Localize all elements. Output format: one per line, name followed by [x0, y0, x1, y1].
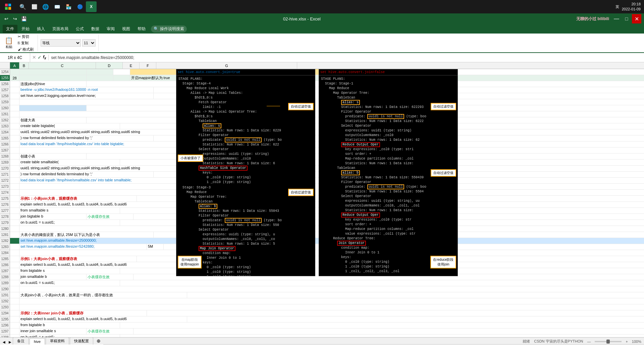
menu-data[interactable]: 数据 — [88, 25, 103, 33]
zoom-in-btn[interactable]: + — [626, 340, 628, 344]
tab-nav-next[interactable]: ▶ — [7, 339, 13, 345]
paste-btn[interactable]: 📋粘贴 — [3, 36, 15, 50]
table-row: on b.uuid1 = s.uuid1; — [10, 280, 644, 286]
search-icon[interactable]: 🔍 — [17, 1, 28, 12]
join-operator-right: Join Operator — [337, 241, 366, 246]
undo-icon[interactable]: ↩ — [3, 15, 10, 22]
map-join-operator-label: Map Join Operator — [199, 246, 235, 251]
toolbar-group-clipboard: 📋粘贴 ✂ 剪切 ⎘ 复制 🖌 格式刷 — [3, 35, 38, 51]
confirm-formula-btn[interactable]: ✓ — [38, 55, 42, 60]
col-header-b[interactable]: B — [19, 62, 29, 69]
excel-taskbar-icon[interactable]: X — [86, 1, 97, 12]
menu-file[interactable]: 文件 — [3, 25, 17, 33]
cut-btn[interactable]: ✂ 剪切 — [16, 34, 35, 40]
formula-content: set hive.mapjoin.smalltable.filesize=250… — [49, 55, 644, 60]
format-painter-btn[interactable]: 🖌 格式刷 — [16, 47, 35, 52]
search-icon: 🔍 — [154, 26, 159, 31]
svg-rect-2 — [5, 7, 8, 10]
menu-home[interactable]: 开始 — [18, 25, 33, 33]
tab-quickconfig[interactable]: 快速配置 — [70, 337, 93, 345]
menu-help[interactable]: 帮助 — [134, 25, 149, 33]
font-size-select[interactable]: 11 — [82, 39, 96, 47]
cancel-formula-btn[interactable]: ✕ — [32, 55, 36, 60]
auto-filter-annotation-left: 自动过滤空值 — [288, 103, 314, 110]
menu-view[interactable]: 视图 — [119, 25, 133, 33]
alias-b-label: alias: b — [199, 204, 217, 209]
table-row — [10, 298, 644, 304]
store-icon[interactable]: 🏪 — [63, 1, 74, 12]
col-header-a[interactable]: A — [10, 62, 19, 69]
terminal-panel-left: STAGE PLANS: Stage: Stage-4 Map Reduce L… — [176, 75, 315, 276]
map-phase-annotation: 在map阶段使用mapjoin — [178, 256, 202, 268]
save-icon[interactable]: 💾 — [20, 15, 28, 22]
toolbar-font-group: 等线 11 — [41, 35, 99, 51]
auto-filter-annotation-right: 自动过滤空值 — [431, 103, 456, 110]
window-title: 02-hive.xlsx - Excel — [28, 16, 576, 21]
table-row: explain select b.uuid1, b.uuid2, b.uuid3… — [10, 316, 644, 322]
auto-filter-annotation-right2: 自动过滤空值 — [431, 169, 456, 177]
status-ready: 就绪 — [523, 339, 530, 344]
alias-s-label: alias: s — [203, 123, 221, 128]
column-headers: A B C D E F G — [0, 62, 644, 69]
menu-review[interactable]: 审阅 — [103, 25, 118, 33]
small-table-cached-annotation: 小表被缓存了 — [178, 155, 203, 162]
col-header-g[interactable]: G — [156, 62, 297, 69]
svg-rect-3 — [8, 7, 11, 10]
left-terminal-header: set hive.auto.convert.join=true — [176, 69, 315, 75]
cell-reference[interactable]: 1R x 4C — [0, 53, 30, 62]
col-header-d[interactable]: D — [96, 62, 123, 69]
close-btn[interactable]: ✕ — [632, 14, 641, 23]
mail-icon[interactable]: ✉️ — [52, 1, 62, 12]
excel-titlebar: ↩ ↪ 💾 02-hive.xlsx - Excel 无聊的小过 bilibil… — [0, 13, 644, 24]
tab-hive[interactable]: hive — [30, 338, 45, 345]
menu-insert[interactable]: 插入 — [34, 25, 48, 33]
start-button[interactable] — [0, 0, 16, 13]
maximize-btn[interactable]: □ — [622, 14, 631, 23]
minimize-btn[interactable]: — — [612, 14, 621, 23]
bilibili-credit: CSDN 宇宙的尽头是PYTHON — [534, 339, 583, 344]
table-row — [10, 286, 644, 292]
hashtable-sink-label: HashTable Sink Operator — [199, 166, 248, 171]
table-row — [10, 304, 644, 310]
search-bar[interactable]: 🔍 操作说明搜索 — [151, 25, 187, 33]
taskview-icon[interactable]: ⬜ — [29, 1, 40, 12]
col-header-e[interactable]: E — [123, 62, 140, 69]
tab-add[interactable]: ⊕ — [94, 337, 103, 345]
right-terminal-header: set hive.auto.convert.join=false — [319, 69, 458, 75]
tab-draft[interactable]: 草稿资料 — [46, 337, 69, 345]
font-family-select[interactable]: 等线 — [41, 39, 81, 47]
zoom-level: 100% — [632, 340, 641, 344]
alias-b-right: alias: b — [341, 170, 360, 175]
language-indicator: 英 — [615, 4, 619, 9]
terminal-panel-right: STAGE PLANS: Stage: Stage-1 Map Reduce M… — [319, 75, 458, 276]
insert-function-btn[interactable]: fx — [43, 55, 46, 60]
tab-nav-prev[interactable]: ◀ — [1, 339, 7, 345]
taskbar-icons: 🔍 ⬜ 🌐 ✉️ 🏪 🔵 X — [16, 1, 98, 12]
sheet-tabs-bar: ◀ ▶ 备注 hive 草稿资料 快速配置 ⊕ 就绪 CSDN 宇宙的尽头是PY… — [0, 337, 644, 345]
col-header-c[interactable]: C — [29, 62, 96, 69]
edge-icon[interactable]: 🌐 — [40, 1, 51, 12]
ribbon-menu: 文件 开始 插入 页面布局 公式 数据 审阅 视图 帮助 🔍 操作说明搜索 — [0, 24, 644, 34]
ribbon-toolbar: 📋粘贴 ✂ 剪切 ⎘ 复制 🖌 格式刷 等线 11 — [0, 34, 644, 53]
redo-icon[interactable]: ↪ — [11, 15, 19, 22]
tab-notes[interactable]: 备注 — [13, 337, 29, 345]
table-row: from bigtable b — [10, 322, 644, 328]
table-row: 示例2：大表inner join小表，观察缓存 — [10, 310, 644, 316]
reduce-phase-annotation: 在reduce阶段使用join — [430, 256, 456, 268]
copy-btn[interactable]: ⎘ 复制 — [16, 40, 35, 46]
menu-pagelayout[interactable]: 页面布局 — [49, 25, 72, 33]
reduce-output-right2: Reduce Output Oper — [341, 213, 380, 218]
clock: 20:18 2022-01-09 — [622, 2, 641, 12]
col-header-f[interactable]: F — [140, 62, 156, 69]
chrome-icon[interactable]: 🔵 — [74, 1, 85, 12]
table-row: 大表join小表，小表join大表，效果是一样的，缓存都生效 — [10, 292, 644, 298]
alias-s-right: alias: s — [341, 100, 360, 105]
zoom-out-btn[interactable]: — — [587, 340, 591, 344]
svg-rect-0 — [5, 4, 8, 6]
svg-rect-1 — [8, 4, 11, 6]
bilibili-logo: 无聊的小过 bilibili — [576, 16, 609, 22]
zoom-slider[interactable] — [595, 341, 622, 342]
windows-taskbar: 🔍 ⬜ 🌐 ✉️ 🏪 🔵 X 英 20:18 2022-01-09 — [0, 0, 644, 13]
menu-formulas[interactable]: 公式 — [72, 25, 87, 33]
table-row: inner join smalltable s 小表缓存生效 — [10, 328, 644, 335]
